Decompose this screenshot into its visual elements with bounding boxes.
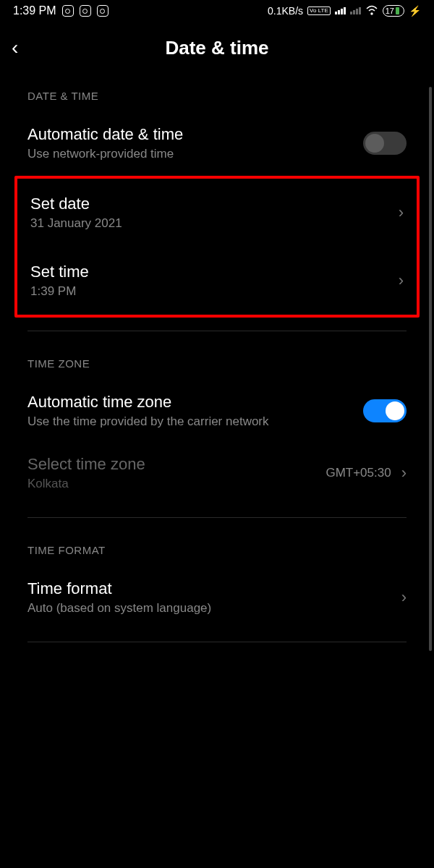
setting-subtitle: 1:39 PM bbox=[30, 284, 399, 299]
section-header-time-format: TIME FORMAT bbox=[0, 531, 434, 566]
volte-icon: Vo LTE bbox=[307, 7, 331, 15]
divider bbox=[27, 517, 407, 518]
setting-title: Automatic time zone bbox=[27, 393, 363, 412]
automatic-date-time-toggle[interactable] bbox=[363, 132, 407, 155]
chevron-right-icon: › bbox=[401, 464, 407, 482]
setting-title: Set date bbox=[30, 195, 399, 213]
section-header-time-zone: TIME ZONE bbox=[0, 344, 434, 380]
automatic-time-zone-row[interactable]: Automatic time zone Use the time provide… bbox=[0, 380, 434, 442]
time-zone-value: GMT+05:30 bbox=[326, 466, 391, 480]
setting-subtitle: Use the time provided by the carrier net… bbox=[27, 414, 363, 429]
divider bbox=[27, 331, 407, 331]
scrollbar[interactable] bbox=[429, 87, 432, 651]
setting-subtitle: Kolkata bbox=[27, 477, 326, 491]
setting-subtitle: Use network-provided time bbox=[27, 147, 363, 161]
automatic-date-time-row[interactable]: Automatic date & time Use network-provid… bbox=[0, 112, 434, 174]
time-format-row[interactable]: Time format Auto (based on system langua… bbox=[0, 566, 434, 629]
signal-icon bbox=[335, 7, 346, 14]
instagram-icon bbox=[80, 5, 91, 17]
select-time-zone-row[interactable]: Select time zone Kolkata GMT+05:30 › bbox=[0, 442, 434, 504]
section-header-date-time: DATE & TIME bbox=[0, 77, 434, 112]
charging-icon: ⚡ bbox=[409, 5, 421, 17]
set-date-row[interactable]: Set date 31 January 2021 › bbox=[17, 179, 417, 247]
chevron-right-icon: › bbox=[401, 588, 407, 607]
instagram-icon bbox=[97, 5, 109, 17]
setting-subtitle: 31 January 2021 bbox=[30, 216, 399, 231]
highlight-annotation: Set date 31 January 2021 › Set time 1:39… bbox=[14, 176, 420, 318]
instagram-icon bbox=[62, 5, 74, 17]
status-time: 1:39 PM bbox=[13, 4, 56, 17]
automatic-time-zone-toggle[interactable] bbox=[363, 399, 407, 422]
data-rate: 0.1KB/s bbox=[268, 5, 303, 17]
setting-subtitle: Auto (based on system language) bbox=[27, 601, 401, 616]
set-time-row[interactable]: Set time 1:39 PM › bbox=[17, 247, 417, 315]
battery-icon: 17 bbox=[383, 5, 404, 17]
divider bbox=[27, 642, 407, 642]
status-bar: 1:39 PM 0.1KB/s Vo LTE 17 ⚡ bbox=[0, 0, 434, 22]
setting-title: Set time bbox=[30, 263, 399, 281]
wifi-icon bbox=[365, 5, 378, 17]
setting-title: Select time zone bbox=[27, 455, 326, 474]
status-left: 1:39 PM bbox=[13, 4, 109, 17]
status-right: 0.1KB/s Vo LTE 17 ⚡ bbox=[268, 5, 421, 17]
chevron-right-icon: › bbox=[399, 271, 404, 290]
setting-title: Time format bbox=[27, 579, 401, 598]
page-title: Date & time bbox=[12, 37, 422, 59]
header: ‹ Date & time bbox=[0, 22, 434, 77]
battery-percent: 17 bbox=[386, 7, 394, 15]
setting-title: Automatic date & time bbox=[27, 125, 363, 144]
chevron-right-icon: › bbox=[399, 203, 404, 222]
signal-icon-sim2 bbox=[350, 7, 361, 14]
